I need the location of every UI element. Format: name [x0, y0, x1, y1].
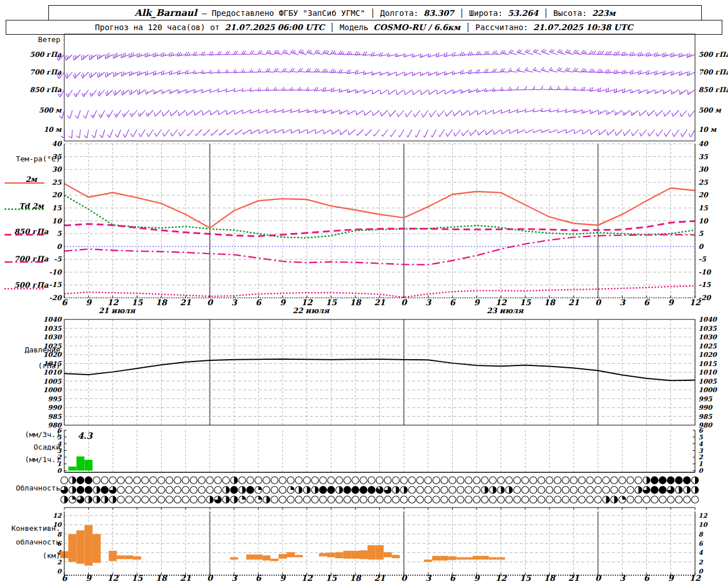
- convective-cloud-bar: [481, 556, 489, 560]
- chart-shape: [599, 69, 601, 72]
- chart-shape: [315, 50, 317, 53]
- chart-shape: [673, 70, 673, 74]
- chart-shape: [428, 53, 429, 57]
- chart-shape: [258, 69, 260, 72]
- chart-shape: [640, 52, 641, 56]
- wind-barb: [589, 51, 598, 55]
- cloud-cover-fill: [307, 487, 311, 493]
- chart-shape: [267, 130, 274, 134]
- conv-tick-right: 10: [698, 521, 708, 529]
- wind-barb: [251, 130, 258, 134]
- wind-barb: [219, 130, 226, 135]
- chart-shape: [283, 130, 291, 133]
- cloud-cover-symbol: [206, 487, 213, 493]
- chart-shape: [145, 53, 146, 57]
- chart-shape: [503, 51, 505, 53]
- wind-barb: [477, 88, 485, 92]
- chart-shape: [75, 55, 75, 59]
- hour-label: 6: [644, 298, 650, 307]
- cloud-cover-symbol: [594, 477, 601, 484]
- chart-shape: [107, 72, 107, 76]
- chart-shape: [541, 108, 542, 112]
- chart-shape: [382, 135, 382, 136]
- chart-shape: [187, 52, 189, 56]
- wind-barb: [75, 110, 80, 118]
- precip-sum-label: 4.3: [77, 431, 93, 441]
- chart-shape: [631, 90, 639, 93]
- wind-barb: [446, 130, 453, 136]
- chart-shape: [468, 70, 469, 74]
- chart-shape: [129, 72, 130, 76]
- cloud-cover-symbol: [117, 496, 124, 503]
- chart-shape: [452, 70, 453, 74]
- cloud-cover-symbol: [425, 496, 432, 503]
- chart-shape: [307, 109, 308, 113]
- cloud-cover-fill: [344, 487, 350, 493]
- chart-shape: [557, 68, 560, 70]
- cloud-cover-fill: [638, 487, 642, 493]
- chart-shape: [574, 130, 582, 134]
- cloud-cover-symbol: [247, 477, 254, 484]
- wind-barb: [331, 51, 340, 55]
- chart-shape: [114, 114, 116, 117]
- cloud-cover-symbol: [546, 477, 553, 484]
- wind-barb: [687, 71, 695, 76]
- chart-shape: [210, 90, 218, 93]
- chart-shape: [219, 134, 220, 135]
- chart-shape: [123, 90, 124, 94]
- cloud-cover-symbol: [506, 477, 512, 484]
- chart-shape: [679, 72, 680, 76]
- wind-barb: [235, 130, 242, 135]
- wind-barb: [291, 109, 299, 113]
- chart-shape: [405, 113, 407, 117]
- convective-cloud-bar: [271, 559, 279, 561]
- chart-shape: [131, 71, 132, 75]
- cloud-cover-fill: [622, 496, 626, 500]
- wind-barb: [162, 90, 169, 94]
- chart-shape: [58, 94, 60, 97]
- hour-label: 21: [568, 298, 580, 307]
- wind-barb: [153, 52, 161, 57]
- chart-shape: [525, 86, 527, 90]
- cloud-cover-symbol: [416, 477, 423, 484]
- chart-shape: [316, 130, 323, 134]
- chart-shape: [561, 52, 563, 53]
- chart-shape: [187, 110, 194, 115]
- chart-shape: [70, 110, 72, 118]
- chart-shape: [478, 130, 485, 135]
- chart-shape: [284, 68, 287, 72]
- chart-shape: [266, 72, 275, 72]
- chart-shape: [485, 110, 493, 114]
- hour-label: 0: [207, 298, 213, 307]
- chart-shape: [187, 70, 188, 74]
- wind-barb: [680, 110, 687, 117]
- chart-shape: [541, 110, 549, 112]
- chart-shape: [640, 70, 642, 74]
- chart-shape: [244, 51, 246, 54]
- convective-cloud-bar: [76, 530, 84, 564]
- pressure-tick-left: 1040: [43, 315, 63, 323]
- temp-tick-left: -5: [54, 255, 62, 263]
- chart-shape: [581, 50, 584, 53]
- cloud-cover-symbol: [408, 496, 415, 503]
- cloud-cover-symbol: [117, 477, 124, 484]
- chart-shape: [569, 52, 570, 53]
- chart-shape: [179, 110, 185, 116]
- conv-tick-right: 0: [698, 568, 704, 575]
- wind-barb: [390, 130, 396, 137]
- cloud-cover-symbol: [611, 487, 618, 493]
- hour-label-bottom: 0: [595, 573, 602, 582]
- hour-label: 21: [374, 298, 386, 307]
- cloud-cover-symbol: [344, 477, 350, 484]
- chart-shape: [258, 109, 259, 113]
- wind-barb: [687, 53, 695, 57]
- wind-barb: [91, 110, 97, 118]
- hour-label: 18: [350, 298, 362, 307]
- chart-shape: [217, 69, 219, 73]
- chart-shape: [234, 110, 242, 114]
- chart-shape: [404, 72, 412, 76]
- wind-barb: [97, 54, 105, 59]
- chart-shape: [102, 130, 105, 138]
- chart-shape: [494, 51, 497, 54]
- wind-barb: [647, 110, 655, 116]
